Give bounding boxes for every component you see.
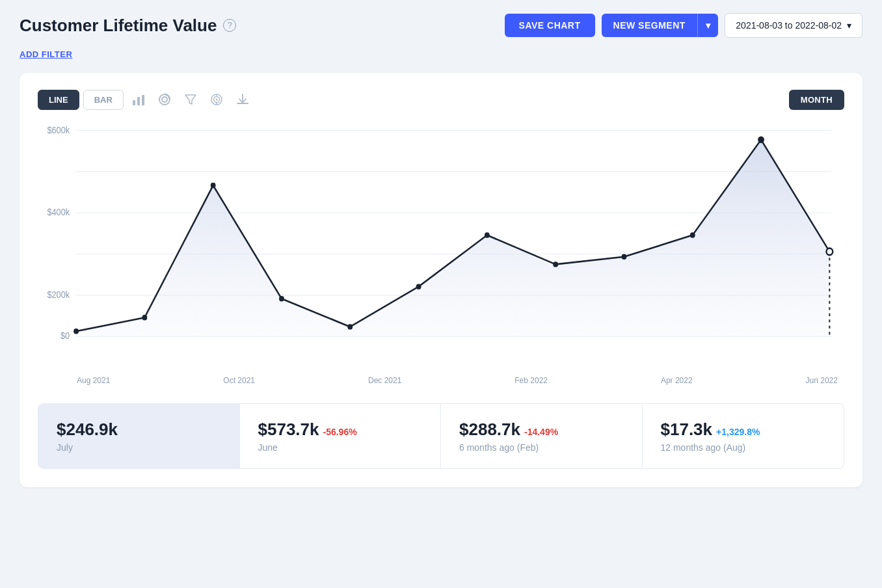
stat-delta-june: -56.96% bbox=[323, 427, 356, 437]
header-actions: SAVE CHART NEW SEGMENT ▾ 2021-08-03 to 2… bbox=[505, 13, 862, 38]
x-label-feb2022: Feb 2022 bbox=[514, 376, 548, 385]
new-segment-chevron-icon[interactable]: ▾ bbox=[697, 14, 719, 37]
data-point bbox=[347, 324, 353, 329]
chart-area: $600k $400k $200k $0 bbox=[38, 124, 844, 371]
date-range-picker[interactable]: 2021-08-03 to 2022-08-02 ▾ bbox=[725, 13, 862, 38]
x-label-aug2021: Aug 2021 bbox=[77, 376, 110, 385]
bar-chart-icon[interactable] bbox=[127, 88, 150, 111]
header-row: Customer Lifetime Value ? SAVE CHART NEW… bbox=[20, 13, 862, 38]
stats-row: $246.9k July $573.7k -56.96% June $288.7… bbox=[38, 403, 844, 469]
filter-row: ADD FILTER bbox=[20, 48, 862, 60]
stat-value-june: $573.7k bbox=[258, 420, 319, 440]
page-title: Customer Lifetime Value bbox=[20, 16, 217, 36]
stat-cell-june: $573.7k -56.96% June bbox=[240, 404, 442, 468]
x-label-apr2022: Apr 2022 bbox=[661, 376, 693, 385]
data-point bbox=[485, 232, 490, 237]
data-point bbox=[416, 284, 421, 289]
svg-rect-2 bbox=[142, 95, 144, 105]
data-point-last bbox=[826, 248, 833, 256]
stat-label-june: June bbox=[258, 442, 423, 453]
svg-point-7 bbox=[215, 99, 217, 101]
chart-area-fill bbox=[76, 140, 829, 336]
stat-value-july: $246.9k bbox=[57, 420, 118, 440]
stat-label-12m: 12 months ago (Aug) bbox=[661, 442, 826, 453]
data-point bbox=[279, 296, 284, 301]
data-point bbox=[690, 232, 695, 237]
stat-cell-12m: $17.3k +1,329.8% 12 months ago (Aug) bbox=[643, 404, 844, 468]
chart-toolbar-left: LINE BAR bbox=[38, 88, 254, 111]
svg-text:$600k: $600k bbox=[47, 125, 70, 135]
funnel-icon[interactable] bbox=[180, 88, 202, 111]
x-label-dec2021: Dec 2021 bbox=[368, 376, 401, 385]
line-chart-button[interactable]: LINE bbox=[38, 90, 79, 110]
stat-delta-6m: -14.49% bbox=[524, 427, 558, 437]
data-point bbox=[142, 315, 147, 320]
stat-label-july: July bbox=[57, 442, 221, 453]
title-area: Customer Lifetime Value ? bbox=[20, 16, 236, 36]
chart-toolbar: LINE BAR bbox=[38, 88, 844, 111]
stat-label-6m: 6 months ago (Feb) bbox=[459, 442, 624, 453]
svg-rect-0 bbox=[133, 100, 135, 105]
chart-svg: $600k $400k $200k $0 bbox=[38, 124, 844, 371]
svg-text:$400k: $400k bbox=[47, 207, 70, 218]
data-point bbox=[553, 261, 558, 267]
new-segment-label: NEW SEGMENT bbox=[602, 14, 697, 37]
svg-point-4 bbox=[162, 97, 167, 102]
svg-text:$200k: $200k bbox=[47, 290, 70, 301]
download-icon[interactable] bbox=[232, 88, 254, 111]
new-segment-button[interactable]: NEW SEGMENT ▾ bbox=[602, 14, 719, 37]
data-point bbox=[622, 254, 627, 260]
stat-cell-july: $246.9k July bbox=[38, 404, 240, 468]
x-axis-labels: Aug 2021 Oct 2021 Dec 2021 Feb 2022 Apr … bbox=[38, 376, 844, 385]
month-period-button[interactable]: MONTH bbox=[789, 90, 844, 110]
stat-value-12m: $17.3k bbox=[661, 420, 713, 440]
bar-chart-button[interactable]: BAR bbox=[83, 90, 124, 110]
data-point bbox=[74, 328, 79, 334]
stat-cell-6m: $288.7k -14.49% 6 months ago (Feb) bbox=[441, 404, 643, 468]
date-range-text: 2021-08-03 to 2022-08-02 bbox=[736, 20, 842, 31]
svg-rect-1 bbox=[137, 97, 140, 105]
x-label-jun2022: Jun 2022 bbox=[806, 376, 838, 385]
chart-card: LINE BAR bbox=[20, 73, 862, 487]
x-label-oct2021: Oct 2021 bbox=[223, 376, 255, 385]
data-point bbox=[758, 137, 764, 144]
svg-text:$0: $0 bbox=[60, 331, 70, 341]
donut-chart-icon[interactable] bbox=[154, 88, 176, 111]
save-chart-button[interactable]: SAVE CHART bbox=[505, 14, 595, 37]
target-icon[interactable] bbox=[206, 88, 228, 111]
date-range-chevron-icon: ▾ bbox=[847, 20, 851, 31]
stat-value-6m: $288.7k bbox=[459, 420, 520, 440]
add-filter-link[interactable]: ADD FILTER bbox=[20, 49, 72, 59]
data-point bbox=[211, 183, 216, 188]
help-icon[interactable]: ? bbox=[223, 19, 236, 32]
stat-delta-12m: +1,329.8% bbox=[716, 427, 760, 437]
